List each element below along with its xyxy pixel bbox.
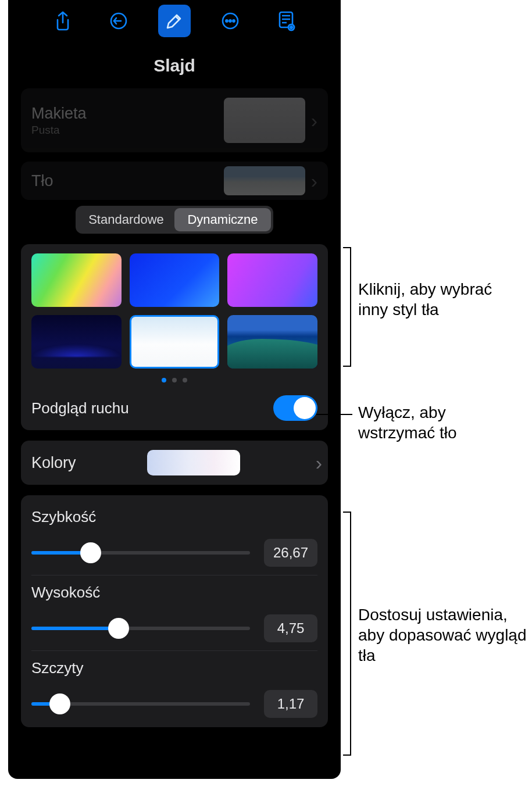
slider-thumb[interactable] xyxy=(108,618,129,639)
seg-standard[interactable]: Standardowe xyxy=(78,208,174,231)
swatch-pager[interactable] xyxy=(31,378,317,382)
toggle-knob xyxy=(294,397,316,419)
swatch-grid xyxy=(31,253,317,369)
inspector-panel: Slajd Makieta Pusta › Tło › Standardowe … xyxy=(8,0,341,779)
motion-preview-label: Podgląd ruchu xyxy=(31,399,129,417)
bg-swatch-6[interactable] xyxy=(227,315,317,369)
svg-point-2 xyxy=(226,20,227,22)
colors-row[interactable]: Kolory › xyxy=(21,441,328,485)
bg-swatch-1[interactable] xyxy=(31,253,122,307)
svg-point-8 xyxy=(290,26,292,28)
speed-label: Szybkość xyxy=(31,508,317,526)
layout-label: Makieta xyxy=(31,105,87,123)
layout-thumbnail xyxy=(224,98,305,143)
svg-point-3 xyxy=(229,20,231,22)
callout-styles: Kliknij, aby wybrać inny styl tła xyxy=(358,279,521,320)
background-row[interactable]: Tło › xyxy=(21,162,328,200)
page-dot-2[interactable] xyxy=(172,378,177,382)
chevron-right-icon: › xyxy=(311,110,317,130)
bg-swatch-3[interactable] xyxy=(227,253,317,307)
layout-row[interactable]: Makieta Pusta › xyxy=(21,88,328,152)
bg-swatch-5-selected[interactable] xyxy=(130,315,220,369)
format-button[interactable] xyxy=(158,5,191,37)
bg-swatch-4[interactable] xyxy=(31,315,122,369)
speed-slider[interactable] xyxy=(31,551,250,555)
peaks-label: Szczyty xyxy=(31,659,317,677)
colors-swatch xyxy=(147,450,240,475)
peaks-value[interactable]: 1,17 xyxy=(264,690,317,718)
callout-bracket xyxy=(343,512,351,756)
callout-sliders: Dostosuj ustawienia, aby dopasować wyglą… xyxy=(358,605,527,666)
speed-slider-block: Szybkość 26,67 xyxy=(31,500,317,575)
more-button[interactable] xyxy=(214,5,247,37)
layout-sub: Pusta xyxy=(31,124,87,137)
background-label: Tło xyxy=(31,172,53,190)
undo-button[interactable] xyxy=(102,5,135,37)
page-dot-1[interactable] xyxy=(162,378,166,382)
callout-line xyxy=(316,414,352,415)
height-label: Wysokość xyxy=(31,584,317,602)
peaks-slider[interactable] xyxy=(31,702,250,706)
speed-value[interactable]: 26,67 xyxy=(264,539,317,567)
background-popover: Standardowe Dynamiczne Podgląd ruchu xyxy=(21,200,328,738)
share-button[interactable] xyxy=(47,5,79,37)
callout-motion: Wyłącz, aby wstrzymać tło xyxy=(358,402,521,443)
toolbar xyxy=(8,0,341,42)
height-slider-block: Wysokość 4,75 xyxy=(31,575,317,650)
seg-dynamic[interactable]: Dynamiczne xyxy=(174,208,271,231)
height-slider[interactable] xyxy=(31,627,250,630)
background-thumbnail xyxy=(224,166,305,195)
slider-thumb[interactable] xyxy=(80,542,101,563)
bg-type-segmented[interactable]: Standardowe Dynamiczne xyxy=(76,206,273,234)
chevron-right-icon: › xyxy=(316,453,322,473)
chevron-right-icon: › xyxy=(311,171,317,191)
motion-preview-toggle[interactable] xyxy=(273,395,317,421)
sliders-card: Szybkość 26,67 Wysokość 4,75 xyxy=(21,495,328,727)
present-button[interactable] xyxy=(270,5,302,37)
svg-point-4 xyxy=(233,20,234,22)
panel-title: Slajd xyxy=(8,42,341,88)
peaks-slider-block: Szczyty 1,17 xyxy=(31,650,317,726)
page-dot-3[interactable] xyxy=(183,378,187,382)
slider-thumb[interactable] xyxy=(49,693,70,714)
swatches-card: Podgląd ruchu xyxy=(21,244,328,430)
bg-swatch-2[interactable] xyxy=(130,253,220,307)
colors-label: Kolory xyxy=(31,454,76,472)
height-value[interactable]: 4,75 xyxy=(264,614,317,642)
callout-bracket xyxy=(343,247,351,367)
